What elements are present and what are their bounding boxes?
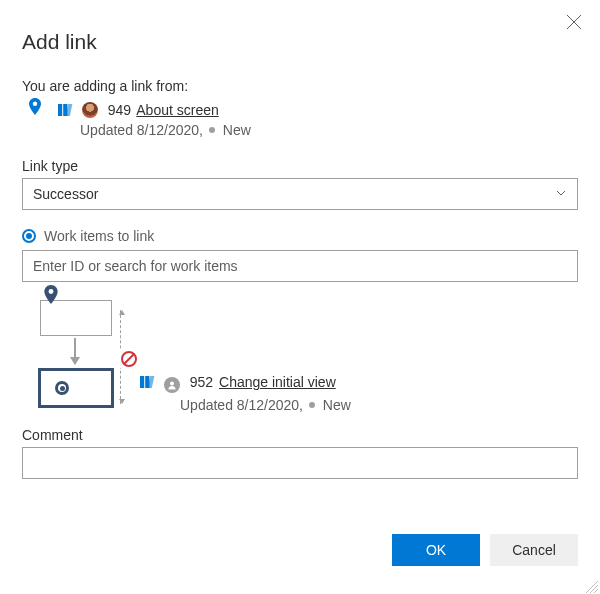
state-text: New	[223, 122, 251, 138]
source-work-item: 949 About screen Updated 8/12/2020, New	[22, 102, 578, 138]
target-icon	[55, 381, 69, 395]
from-label: You are adding a link from:	[22, 78, 578, 94]
work-item-id: 952	[190, 374, 213, 390]
work-items-search-input[interactable]	[22, 250, 578, 282]
diagram-target-node	[40, 370, 112, 406]
resize-grip-icon[interactable]	[586, 580, 598, 592]
svg-rect-7	[140, 376, 144, 388]
work-item-meta: Updated 8/12/2020, New	[180, 397, 351, 413]
link-diagram-zone: 952 Change initial view Updated 8/12/202…	[22, 300, 578, 413]
unassigned-avatar-icon	[164, 377, 180, 393]
dialog-title: Add link	[22, 30, 578, 54]
cancel-button[interactable]: Cancel	[490, 534, 578, 566]
updated-text: Updated 8/12/2020,	[80, 122, 203, 138]
link-type-value: Successor	[33, 186, 98, 202]
work-item-type-icon	[58, 103, 74, 117]
svg-line-6	[124, 354, 134, 364]
work-items-to-link-text: Work items to link	[44, 228, 154, 244]
work-item-meta: Updated 8/12/2020, New	[80, 122, 578, 138]
no-entry-icon	[120, 350, 138, 368]
comment-label: Comment	[22, 427, 578, 443]
linked-work-item: 952 Change initial view Updated 8/12/202…	[140, 374, 351, 413]
state-dot-icon	[309, 402, 315, 408]
dialog-footer: OK Cancel	[392, 534, 578, 566]
work-item-title-link[interactable]: About screen	[136, 102, 219, 118]
ok-button[interactable]: OK	[392, 534, 480, 566]
avatar	[82, 102, 98, 118]
comment-input[interactable]	[22, 447, 578, 479]
work-item-type-icon	[140, 375, 156, 389]
svg-point-10	[170, 381, 174, 385]
work-items-to-link-label: Work items to link	[22, 228, 578, 244]
arrow-down-icon	[74, 338, 76, 364]
svg-point-0	[33, 102, 37, 106]
updated-text: Updated 8/12/2020,	[180, 397, 303, 413]
close-button[interactable]	[566, 14, 582, 30]
close-icon	[566, 14, 582, 30]
svg-rect-1	[58, 104, 62, 116]
work-item-title-link[interactable]: Change initial view	[219, 374, 336, 390]
diagram-source-node	[40, 300, 112, 336]
target-icon	[22, 229, 36, 243]
link-type-label: Link type	[22, 158, 578, 174]
state-text: New	[323, 397, 351, 413]
svg-point-4	[49, 289, 54, 294]
link-type-select[interactable]: Successor	[22, 178, 578, 210]
chevron-down-icon	[555, 186, 567, 202]
link-diagram	[22, 300, 124, 406]
pin-icon	[28, 98, 42, 116]
pin-icon	[43, 285, 59, 308]
work-item-id: 949	[108, 102, 131, 118]
state-dot-icon	[209, 127, 215, 133]
